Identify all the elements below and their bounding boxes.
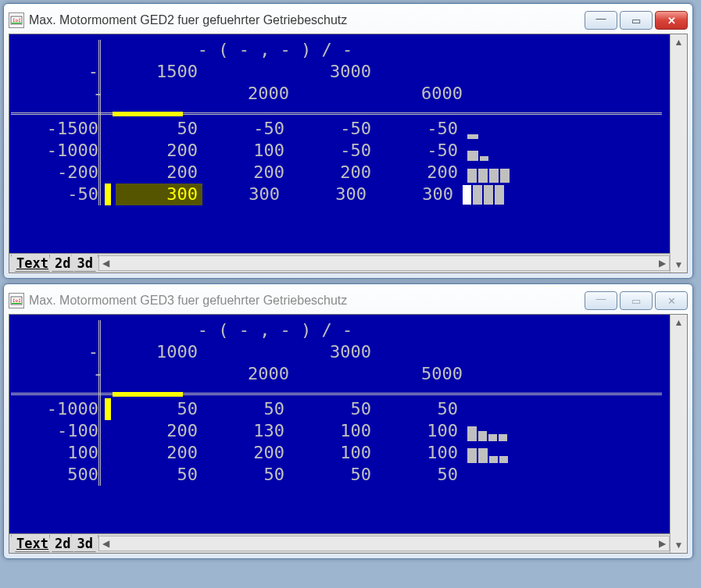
column-header-row: -10003000	[11, 341, 668, 363]
cell[interactable]: 300	[371, 184, 458, 205]
tab-text[interactable]: Text	[11, 535, 54, 552]
scroll-left-icon[interactable]: ◀	[99, 538, 113, 549]
cell[interactable]: 50	[376, 398, 463, 420]
client-area: - ( - , - ) / --15003000-20006000-150050…	[9, 34, 688, 273]
column-header: 3000	[289, 341, 376, 363]
cell[interactable]: 200	[116, 420, 202, 442]
table-row[interactable]: -150050-50-50-50	[11, 118, 668, 140]
cell[interactable]: -50	[289, 118, 376, 140]
cell[interactable]: -50	[289, 140, 376, 162]
cell[interactable]: 50	[289, 398, 376, 420]
cell[interactable]: 100	[376, 442, 463, 464]
cell[interactable]: 300	[284, 184, 371, 205]
scroll-right-icon[interactable]: ▶	[655, 258, 669, 269]
close-button[interactable]: ✕	[655, 291, 688, 310]
tab-3d[interactable]: 3d	[71, 255, 98, 272]
cell[interactable]: 50	[116, 398, 202, 420]
column-header-row: -20006000	[11, 83, 668, 105]
table-editor[interactable]: - ( - , - ) / --10003000-20005000-100050…	[9, 315, 670, 533]
table-row[interactable]: 50050505050	[11, 464, 668, 486]
close-button[interactable]: ✕	[655, 11, 688, 30]
cell-selected[interactable]: 300	[116, 184, 198, 205]
cell[interactable]: 100	[202, 140, 289, 162]
scroll-down-icon[interactable]: ▼	[671, 537, 687, 553]
cell[interactable]: 200	[202, 442, 289, 464]
cell[interactable]: 50	[202, 398, 289, 420]
h-separator	[11, 393, 662, 395]
scroll-right-icon[interactable]: ▶	[655, 538, 669, 549]
cell[interactable]: 200	[289, 162, 376, 184]
cell[interactable]: 50	[289, 464, 376, 486]
axis-title: - ( - , - ) / -	[11, 39, 439, 61]
svg-text:IoI: IoI	[13, 17, 21, 23]
svg-rect-2	[12, 23, 21, 23]
table-row[interactable]: -100200130100100	[11, 420, 668, 442]
cell[interactable]: 50	[116, 118, 202, 140]
scroll-up-icon[interactable]: ▲	[671, 34, 687, 50]
cell[interactable]: 200	[116, 162, 202, 184]
column-header: 1000	[116, 341, 202, 363]
row-sparkline	[467, 443, 538, 463]
maximize-button[interactable]: ▭	[620, 291, 653, 310]
window-ged2: IoIMax. Motormoment GED2 fuer gefuehrter…	[3, 3, 693, 279]
vertical-scrollbar[interactable]: ▲▼	[670, 315, 687, 553]
cell[interactable]: 130	[202, 420, 289, 442]
row-sparkline	[467, 465, 538, 485]
horizontal-scrollbar[interactable]: ◀▶	[98, 255, 670, 271]
column-header: 1500	[116, 61, 202, 83]
cell[interactable]: 200	[202, 162, 289, 184]
cell[interactable]: 50	[202, 464, 289, 486]
titlebar[interactable]: IoIMax. Motormoment GED3 fuer gefuehrter…	[9, 289, 688, 312]
app-icon: IoI	[9, 293, 24, 308]
horizontal-scrollbar[interactable]: ◀▶	[98, 536, 670, 551]
cell[interactable]: 50	[116, 464, 202, 486]
table-row[interactable]: -100050505050	[11, 398, 668, 420]
cell[interactable]: 100	[289, 442, 376, 464]
table-editor[interactable]: - ( - , - ) / --15003000-20006000-150050…	[9, 34, 670, 253]
column-header: 2000	[207, 83, 294, 105]
row-sparkline	[467, 119, 538, 139]
scroll-down-icon[interactable]: ▼	[671, 257, 687, 273]
table-row[interactable]: -50300300300300	[11, 184, 668, 205]
tab-3d[interactable]: 3d	[71, 535, 98, 552]
scroll-up-icon[interactable]: ▲	[671, 315, 687, 330]
cell[interactable]: 50	[376, 464, 463, 486]
column-header: 5000	[381, 363, 467, 385]
h-separator	[11, 112, 662, 115]
scroll-left-icon[interactable]: ◀	[99, 258, 113, 269]
column-header	[294, 363, 381, 385]
cell[interactable]: 100	[376, 420, 463, 442]
column-header	[120, 83, 207, 105]
maximize-button[interactable]: ▭	[620, 11, 653, 30]
row-marker	[105, 184, 111, 205]
tab-bar: Text2d3d◀▶	[9, 253, 670, 273]
vertical-scrollbar[interactable]: ▲▼	[670, 34, 687, 273]
minimize-button[interactable]: —	[585, 11, 617, 30]
svg-rect-5	[12, 303, 21, 304]
window-title: Max. Motormoment GED2 fuer gefuehrter Ge…	[29, 13, 580, 27]
cell[interactable]: 100	[289, 420, 376, 442]
row-header: 100	[11, 442, 103, 464]
table-row[interactable]: 100200200100100	[11, 442, 668, 464]
cell[interactable]: 200	[116, 140, 202, 162]
column-header-row: -15003000	[11, 61, 668, 83]
minimize-button[interactable]: —	[585, 291, 617, 310]
window-buttons: —▭✕	[585, 291, 688, 310]
tab-text[interactable]: Text	[11, 255, 54, 272]
cell[interactable]: 300	[198, 184, 284, 205]
cell[interactable]: -50	[376, 140, 463, 162]
column-header: 3000	[289, 61, 376, 83]
window-title: Max. Motormoment GED3 fuer gefuehrter Ge…	[29, 294, 580, 308]
cell[interactable]: 200	[116, 442, 202, 464]
row-header: -1000	[11, 398, 103, 420]
column-header: 6000	[381, 83, 467, 105]
window-buttons: —▭✕	[585, 11, 688, 30]
table-row[interactable]: -1000200100-50-50	[11, 140, 668, 162]
cell[interactable]: -50	[202, 118, 289, 140]
cell[interactable]: 200	[376, 162, 463, 184]
cell[interactable]: -50	[376, 118, 463, 140]
row-sparkline	[467, 421, 538, 441]
table-row[interactable]: -200200200200200	[11, 162, 668, 184]
titlebar[interactable]: IoIMax. Motormoment GED2 fuer gefuehrter…	[9, 9, 688, 32]
row-sparkline	[463, 184, 533, 205]
